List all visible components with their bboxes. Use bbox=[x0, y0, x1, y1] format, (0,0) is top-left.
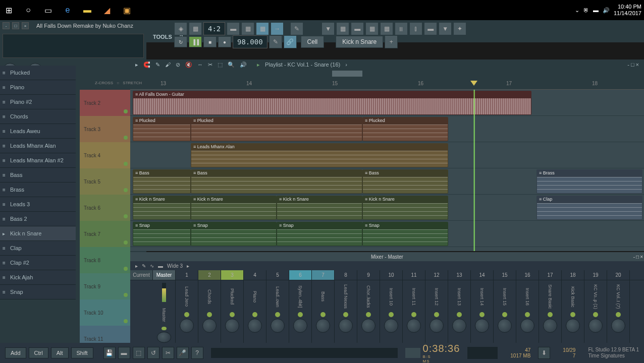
tray-chevron-icon[interactable]: ⌄ bbox=[575, 7, 579, 14]
mixer-tab[interactable]: 2 bbox=[198, 270, 221, 280]
mixer-tab[interactable]: 6 bbox=[289, 270, 312, 280]
track-mute-button[interactable] bbox=[124, 109, 128, 113]
link-tool-icon[interactable]: 🔗 bbox=[284, 35, 297, 48]
countdown-icon[interactable]: ▦ bbox=[256, 22, 269, 35]
brush-icon[interactable]: 🖌 bbox=[165, 62, 171, 68]
stop-button[interactable]: ■ bbox=[203, 36, 217, 47]
track-row[interactable]: ≡ Plucked≡ Plucked≡ Plucked bbox=[130, 116, 644, 142]
mixer-track[interactable]: Sylen..4bit] bbox=[289, 280, 312, 343]
track-enable-led[interactable] bbox=[525, 312, 530, 317]
track-enable-led[interactable] bbox=[502, 312, 507, 317]
shift-button[interactable]: Shift bbox=[71, 347, 93, 358]
channel-item[interactable]: ≡Leads Aweu bbox=[0, 124, 76, 139]
pan-knob[interactable] bbox=[225, 319, 239, 333]
timeline-ruler[interactable]: Z-CROSS ○ STRETCH 131415161718 bbox=[130, 70, 644, 90]
pan-knob[interactable] bbox=[180, 319, 194, 333]
mixer-tab[interactable]: 5 bbox=[266, 270, 289, 280]
maximize-button[interactable]: □ bbox=[12, 22, 19, 29]
pan-knob[interactable] bbox=[384, 319, 398, 333]
channel-item[interactable]: ▸Kick n Snare bbox=[0, 226, 76, 241]
clip[interactable]: ≡ Snap bbox=[133, 222, 191, 246]
track-row[interactable]: ≡ Kick n Snare≡ Kick n Snare≡ Kick n Sna… bbox=[130, 195, 644, 221]
add-button[interactable]: Add bbox=[5, 347, 26, 358]
draw-tool-icon[interactable]: ✎ bbox=[269, 35, 282, 48]
channel-item[interactable]: ≡Leads Mhanx Alan bbox=[0, 139, 76, 153]
pan-knob[interactable] bbox=[271, 319, 285, 333]
clip[interactable]: ≡ Bass bbox=[362, 169, 448, 194]
pan-knob[interactable] bbox=[611, 319, 625, 333]
tool-4-icon[interactable]: ▦ bbox=[365, 22, 379, 35]
clip[interactable]: ≡ Snap bbox=[191, 222, 277, 246]
pencil-icon[interactable]: ✎ bbox=[155, 62, 160, 68]
mixer-track[interactable]: Chor..lucks bbox=[357, 280, 380, 343]
tray-volume-icon[interactable]: 🔊 bbox=[603, 7, 610, 14]
time-sig-display[interactable]: 4:2 bbox=[203, 22, 225, 35]
mixer-track[interactable]: Snare Basic bbox=[539, 280, 562, 343]
playlist-minimize-icon[interactable]: - bbox=[627, 62, 629, 68]
mixer-tab[interactable]: 20 bbox=[607, 270, 630, 280]
undo-icon[interactable]: ↺ bbox=[147, 347, 159, 359]
track-enable-led[interactable] bbox=[275, 312, 280, 317]
task-view-icon[interactable]: ▭ bbox=[42, 4, 54, 16]
pan-knob[interactable] bbox=[361, 319, 375, 333]
mixer-maximize-icon[interactable]: □ bbox=[636, 254, 639, 260]
track-enable-led[interactable] bbox=[298, 312, 303, 317]
pan-knob[interactable] bbox=[430, 319, 444, 333]
clip[interactable]: ≡ Leads Mhanx Alan bbox=[191, 143, 448, 167]
mixer-track[interactable]: Insert 11 bbox=[403, 280, 425, 343]
tool-1-icon[interactable]: ▼ bbox=[321, 22, 335, 35]
track-enable-led[interactable] bbox=[570, 312, 575, 317]
track-enable-led[interactable] bbox=[616, 312, 621, 317]
menu-tools[interactable]: TOOLS bbox=[153, 34, 172, 40]
mixer-next-icon[interactable]: ▸ bbox=[187, 263, 189, 269]
channel-item[interactable]: ≡Clap #2 bbox=[0, 256, 76, 270]
mixer-tab[interactable]: 12 bbox=[425, 270, 448, 280]
pan-knob[interactable] bbox=[157, 332, 171, 343]
channel-item[interactable]: ≡Brass bbox=[0, 183, 76, 197]
mixer-tab[interactable]: 1 bbox=[176, 270, 198, 280]
play-button[interactable]: ▐▐ bbox=[189, 36, 202, 47]
help-icon[interactable]: ? bbox=[191, 347, 203, 359]
clip[interactable]: ≡ Bass bbox=[191, 169, 362, 194]
track-mute-button[interactable] bbox=[124, 136, 128, 140]
mixer-tab[interactable]: 18 bbox=[562, 270, 584, 280]
clip[interactable]: ≡ Kick n Snare bbox=[277, 196, 362, 220]
mixer-track[interactable]: Bass bbox=[312, 280, 335, 343]
mixer-tab[interactable]: Current bbox=[130, 270, 153, 280]
pan-knob[interactable] bbox=[566, 319, 580, 333]
mixer-track[interactable]: KC Vol..t (7) bbox=[607, 280, 630, 343]
mixer-track[interactable]: Insert 16 bbox=[516, 280, 539, 343]
track-header[interactable]: Track 6 bbox=[80, 195, 130, 221]
clip[interactable]: ≡ Snap bbox=[277, 222, 362, 246]
channel-item[interactable]: ≡Snap bbox=[0, 285, 76, 299]
ctrl-button[interactable]: Ctrl bbox=[29, 347, 48, 358]
track-row[interactable]: ≡ Leads Mhanx Alan bbox=[130, 142, 644, 168]
mixer-tab[interactable]: 9 bbox=[357, 270, 380, 280]
playlist-close-icon[interactable]: × bbox=[636, 62, 639, 68]
pan-knob[interactable] bbox=[248, 319, 262, 333]
slip-icon[interactable]: ↔ bbox=[197, 62, 203, 68]
track-enable-led[interactable] bbox=[162, 327, 167, 331]
pan-knob[interactable] bbox=[202, 319, 217, 333]
zoom-icon[interactable]: 🔍 bbox=[228, 62, 235, 68]
mixer-play-icon[interactable]: ▸ bbox=[135, 263, 138, 269]
track-mute-button[interactable] bbox=[124, 162, 128, 166]
tool-6-icon[interactable]: ⫼ bbox=[395, 22, 408, 35]
cut-icon[interactable]: ✂ bbox=[162, 347, 174, 359]
channel-item[interactable]: ≡Chords bbox=[0, 109, 76, 124]
track-row[interactable]: ≡ Snap≡ Snap≡ Snap≡ Snap bbox=[130, 221, 644, 247]
explorer-icon[interactable]: ▬ bbox=[81, 4, 93, 16]
add-pattern-button[interactable]: + bbox=[385, 35, 398, 48]
channel-item[interactable]: ≡Piano #2 bbox=[0, 95, 76, 109]
clip[interactable]: ≡ Kick n Snare bbox=[362, 196, 448, 220]
track-mute-button[interactable] bbox=[124, 267, 128, 271]
mixer-tab[interactable]: 11 bbox=[403, 270, 425, 280]
mixer-track[interactable]: Plucked bbox=[221, 280, 244, 343]
clip[interactable]: ≡ Bass bbox=[133, 169, 191, 194]
tool-8-icon[interactable]: ▬ bbox=[424, 22, 437, 35]
pattern-tool-icon[interactable]: ◈ bbox=[174, 22, 187, 35]
track-header[interactable]: Track 5 bbox=[80, 168, 130, 195]
track-enable-led[interactable] bbox=[593, 312, 598, 317]
pan-knob[interactable] bbox=[588, 319, 603, 333]
mixer-track[interactable]: Insert 14 bbox=[471, 280, 494, 343]
